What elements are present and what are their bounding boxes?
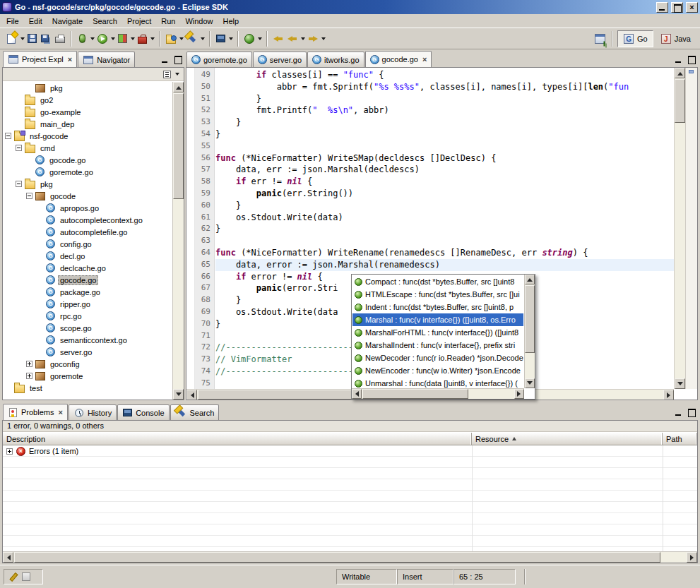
collapse-all-button[interactable]: [163, 71, 171, 78]
tree-item-declcache-go[interactable]: declcache.go: [3, 262, 172, 274]
tree-item-goremote[interactable]: goremote: [3, 370, 172, 382]
maximize-view-button[interactable]: [686, 407, 696, 417]
overview-ruler[interactable]: [685, 68, 697, 389]
menu-file[interactable]: File: [1, 16, 24, 27]
tree-item-nsf-gocode[interactable]: nsf-gocode: [3, 130, 172, 142]
new-go-wizard-button[interactable]: [164, 32, 178, 45]
run-dropdown-arrow[interactable]: [109, 31, 116, 47]
completion-item[interactable]: Unmarshal : func(data []uint8, v interfa…: [352, 377, 523, 388]
completion-item[interactable]: Marshal : func(v interface{}) ([]uint8, …: [352, 313, 523, 326]
completion-item[interactable]: HTMLEscape : func(dst *bytes.Buffer, src…: [352, 288, 523, 301]
tree-item-decl-go[interactable]: decl.go: [3, 250, 172, 262]
scroll-down-button[interactable]: [675, 378, 685, 389]
minimize-view-button[interactable]: [673, 407, 684, 417]
tree-item-server-go[interactable]: server.go: [3, 346, 172, 358]
scroll-left-button[interactable]: [186, 390, 197, 400]
scroll-down-button[interactable]: [525, 378, 535, 388]
view-tab-search[interactable]: Search: [170, 404, 220, 420]
scroll-thumb[interactable]: [362, 389, 468, 399]
line-number-ruler[interactable]: 4950515253545556575859606162636465666768…: [195, 68, 215, 389]
tree-item-cmd[interactable]: cmd: [3, 142, 172, 154]
editor-vertical-scrollbar[interactable]: [674, 68, 685, 389]
editor-tab-itworks-go[interactable]: itworks.go: [307, 52, 364, 67]
scroll-thumb[interactable]: [675, 79, 685, 123]
debug-dropdown-arrow[interactable]: [89, 31, 95, 47]
tree-item-test[interactable]: test: [3, 382, 172, 394]
editor-tab-gocode-go[interactable]: gocode.go×: [365, 51, 432, 67]
view-menu-button[interactable]: [175, 73, 179, 76]
annotation-ruler[interactable]: [186, 68, 195, 389]
scroll-thumb[interactable]: [525, 285, 535, 353]
collapse-icon[interactable]: [16, 181, 22, 187]
print-button[interactable]: [53, 32, 67, 44]
expand-icon[interactable]: [26, 373, 32, 379]
close-window-button[interactable]: ×: [686, 2, 698, 13]
collapse-icon[interactable]: [16, 145, 22, 151]
tree-item-goconfig[interactable]: goconfig: [3, 358, 172, 370]
tree-item-gocode-go[interactable]: gocode.go: [3, 154, 172, 166]
open-perspective-button[interactable]: [593, 32, 607, 46]
menu-run[interactable]: Run: [156, 16, 180, 27]
menu-navigate[interactable]: Navigate: [47, 16, 88, 27]
project-tree[interactable]: pkggo2go-examplemain_depnsf-gocodecmdgoc…: [3, 82, 172, 400]
minimize-view-button[interactable]: [160, 54, 170, 64]
open-console-button[interactable]: [214, 32, 227, 45]
expand-icon[interactable]: [6, 448, 13, 455]
scroll-up-button[interactable]: [173, 82, 184, 92]
tree-item-apropos-go[interactable]: apropos.go: [3, 202, 172, 214]
editor-tab-goremote-go[interactable]: goremote.go: [186, 52, 252, 67]
close-tab-icon[interactable]: ×: [68, 55, 72, 64]
tree-item-gocode-go[interactable]: gocode.go: [3, 274, 172, 286]
tree-item-package-go[interactable]: package.go: [3, 286, 172, 298]
tree-item-gocode[interactable]: gocode: [3, 190, 172, 202]
tree-item-go2[interactable]: go2: [3, 94, 172, 106]
new-dropdown-arrow[interactable]: [19, 31, 25, 47]
external-tools-button[interactable]: [136, 32, 149, 45]
scroll-right-button[interactable]: [514, 389, 524, 399]
save-all-button[interactable]: [39, 32, 53, 44]
view-tab-console[interactable]: Console: [117, 404, 169, 420]
editor-tab-server-go[interactable]: server.go: [253, 52, 307, 67]
tree-item-goremote-go[interactable]: goremote.go: [3, 166, 172, 178]
maximize-view-button[interactable]: [172, 54, 183, 64]
scroll-right-button[interactable]: [687, 552, 697, 563]
save-button[interactable]: [25, 32, 39, 45]
menu-search[interactable]: Search: [88, 16, 122, 27]
scroll-left-button[interactable]: [3, 552, 13, 563]
forward-button[interactable]: [306, 32, 320, 46]
view-tab-project-expl[interactable]: Project Expl×: [3, 51, 77, 67]
minimize-window-button[interactable]: [656, 2, 668, 13]
completion-item[interactable]: MarshalForHTML : func(v interface{}) ([]…: [352, 326, 523, 339]
last-edit-location-button[interactable]: [271, 32, 285, 46]
scroll-down-button[interactable]: [173, 389, 184, 400]
new-java-class-button[interactable]: [242, 32, 256, 46]
tree-item-go-example[interactable]: go-example: [3, 106, 172, 118]
search-dropdown-arrow[interactable]: [199, 31, 206, 47]
title-bar[interactable]: Go - nsf-gocode/src/pkg/gocode/gocode.go…: [0, 0, 700, 14]
tree-item-rpc-go[interactable]: rpc.go: [3, 310, 172, 322]
scroll-thumb[interactable]: [14, 552, 660, 563]
menu-project[interactable]: Project: [122, 16, 156, 27]
menu-edit[interactable]: Edit: [24, 16, 47, 27]
coverage-dropdown-arrow[interactable]: [129, 31, 136, 47]
open-console-dropdown-arrow[interactable]: [227, 31, 234, 47]
scroll-up-button[interactable]: [525, 275, 535, 284]
completion-item[interactable]: NewEncoder : func(w io.Writer) *json.Enc…: [352, 364, 523, 377]
tree-item-pkg[interactable]: pkg: [3, 178, 172, 190]
tree-item-autocompletefile-go[interactable]: autocompletefile.go: [3, 226, 172, 238]
collapse-icon[interactable]: [5, 133, 11, 139]
back-button[interactable]: [285, 32, 299, 46]
perspective-java-button[interactable]: Java: [655, 30, 696, 47]
selection-mode-icon[interactable]: [22, 572, 30, 581]
maximize-editor-button[interactable]: [686, 54, 696, 64]
new-go-wizard-dropdown-arrow[interactable]: [178, 31, 184, 47]
tree-scrollbar[interactable]: [172, 82, 184, 400]
tree-item-semanticcontext-go[interactable]: semanticcontext.go: [3, 334, 172, 346]
completion-item[interactable]: Compact : func(dst *bytes.Buffer, src []…: [352, 275, 523, 288]
tree-item-main-dep[interactable]: main_dep: [3, 118, 172, 130]
external-tools-dropdown-arrow[interactable]: [149, 31, 155, 47]
tree-item-config-go[interactable]: config.go: [3, 238, 172, 250]
close-tab-icon[interactable]: ×: [58, 408, 62, 416]
completion-item[interactable]: NewDecoder : func(r io.Reader) *json.Dec…: [352, 352, 523, 364]
minimize-editor-button[interactable]: [673, 54, 684, 64]
